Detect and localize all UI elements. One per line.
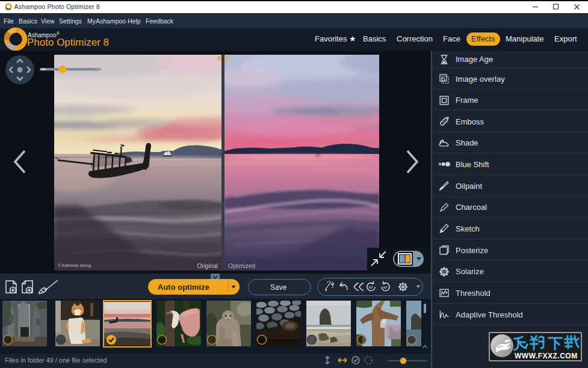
svg-text:Optimized: Optimized bbox=[228, 263, 255, 269]
svg-text:© Katherine Seong: © Katherine Seong bbox=[58, 263, 91, 268]
svg-text:90°: 90° bbox=[369, 286, 374, 289]
svg-text:Original: Original bbox=[197, 263, 218, 269]
svg-text:90°: 90° bbox=[383, 286, 388, 289]
